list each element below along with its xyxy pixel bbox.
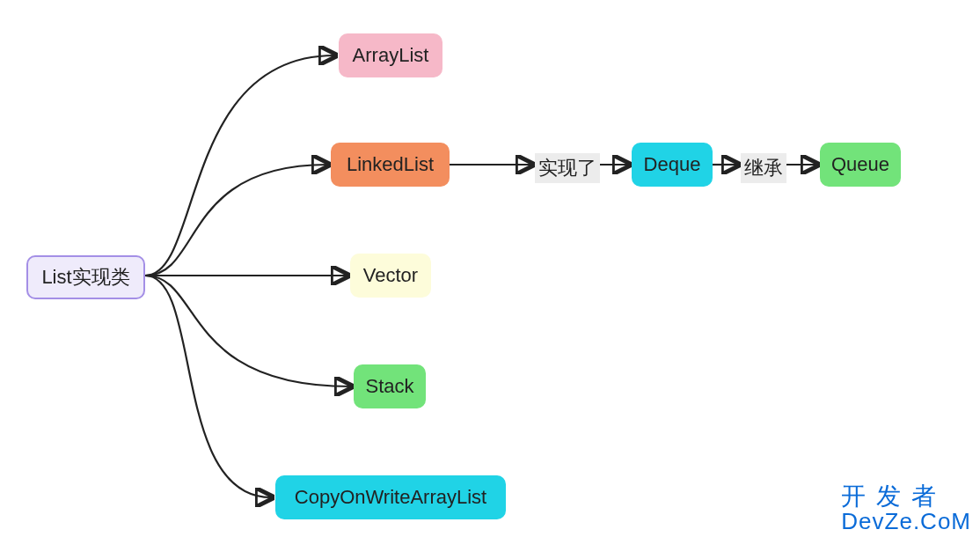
node-stack: Stack [354,364,426,408]
node-root: List实现类 [26,255,145,299]
watermark-text-top: 开发者 [841,483,971,509]
node-label: Vector [363,264,418,287]
node-arraylist: ArrayList [339,33,442,77]
node-label: Deque [644,153,701,176]
watermark: 开发者 DevZe.CoM [841,483,971,533]
edge-label-implements: 实现了 [535,153,600,183]
connector-layer [0,0,980,537]
node-copyonwritearraylist: CopyOnWriteArrayList [275,475,506,519]
node-label: Stack [365,375,413,398]
watermark-text-bottom: DevZe.CoM [841,510,971,533]
edge-label-extends: 继承 [741,153,786,183]
node-deque: Deque [632,143,713,187]
node-label: Queue [831,153,889,176]
node-label: List实现类 [41,266,129,289]
node-vector: Vector [350,254,431,298]
diagram-canvas: List实现类 ArrayList LinkedList Vector Stac… [0,0,980,537]
node-queue: Queue [820,143,901,187]
node-label: ArrayList [353,44,429,67]
node-label: LinkedList [347,153,434,176]
node-label: CopyOnWriteArrayList [295,486,486,509]
node-linkedlist: LinkedList [331,143,450,187]
